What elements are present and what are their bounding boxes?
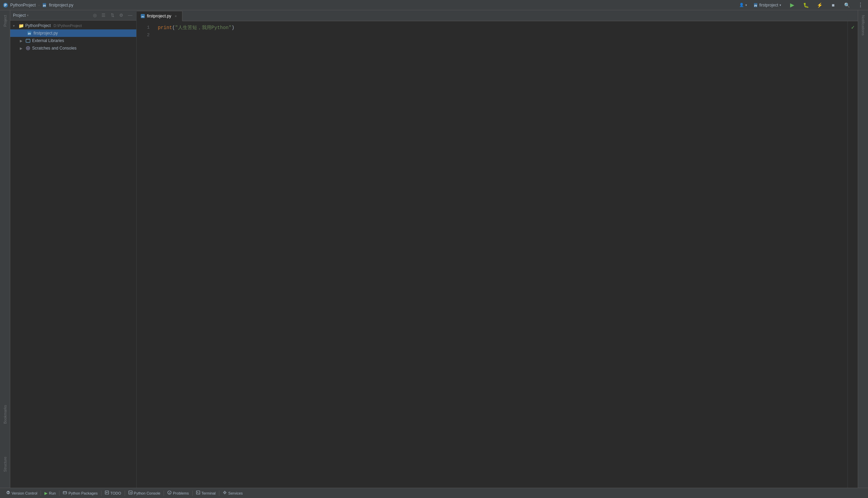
tree-external-libs[interactable]: ▶ External Libraries — [10, 37, 136, 44]
code-line-2 — [158, 31, 843, 39]
python-packages-icon — [63, 490, 67, 496]
coverage-button[interactable]: ⚡ — [815, 0, 824, 10]
svg-text:!: ! — [169, 492, 170, 495]
sort-icon[interactable]: ⇅ — [109, 12, 116, 19]
app-icon: P — [3, 2, 8, 8]
terminal-status[interactable]: Terminal — [193, 488, 219, 498]
panel-toolbar: Project ▾ ◎ ☰ ⇅ ⚙ — — [10, 10, 136, 21]
svg-rect-21 — [105, 491, 109, 494]
editor-tabs: py firstproject.py × — [137, 10, 858, 21]
tree-scratches[interactable]: ▶ Scratches and Consoles — [10, 44, 136, 52]
code-editor[interactable]: 1 2 print("人生苦短，我用Python") ✓ — [137, 21, 858, 488]
open-paren: ( — [172, 24, 175, 31]
right-sidebar-strip: Notifications — [858, 10, 868, 488]
project-tree: ▾ 📁 PythonProject D:\PythonProject py fi… — [10, 21, 136, 488]
expand-arrow-scratches: ▶ — [20, 47, 24, 50]
todo-label: TODO — [110, 491, 121, 495]
scratches-icon — [25, 45, 31, 51]
editor-tab-firstproject[interactable]: py firstproject.py × — [137, 11, 182, 21]
svg-rect-8 — [26, 39, 30, 42]
libs-icon — [25, 38, 31, 43]
problems-label: Problems — [173, 491, 189, 495]
tree-file-firstproject[interactable]: py firstproject.py — [10, 29, 136, 37]
folder-icon: 📁 — [18, 23, 24, 28]
tree-root[interactable]: ▾ 📁 PythonProject D:\PythonProject — [10, 22, 136, 29]
root-path: D:\PythonProject — [54, 24, 82, 28]
run-config-label-text: firstproject — [759, 3, 778, 8]
keyword-print: print — [158, 24, 172, 31]
line-numbers: 1 2 — [137, 21, 154, 488]
panel-title-text: Project — [13, 13, 26, 18]
python-console-label: Python Console — [134, 491, 161, 495]
svg-text:≫: ≫ — [130, 492, 132, 494]
structure-strip-label[interactable]: Structure — [2, 455, 8, 474]
left-sidebar-strip: Project Bookmarks Structure — [0, 10, 10, 488]
scratches-label: Scratches and Consoles — [32, 46, 77, 51]
run-status[interactable]: ▶ Run — [41, 488, 59, 498]
main-area: Project Bookmarks Structure Project ▾ ◎ … — [0, 10, 868, 488]
root-label: PythonProject — [25, 23, 51, 28]
panel-title-chevron: ▾ — [27, 14, 29, 17]
hide-panel-icon[interactable]: — — [127, 12, 134, 19]
gutter-checkmark: ✓ — [851, 25, 855, 30]
svg-point-31 — [225, 492, 225, 493]
code-content[interactable]: print("人生苦短，我用Python") — [154, 21, 847, 488]
todo-status[interactable]: TODO — [101, 488, 125, 498]
python-file-icon: py — [27, 30, 32, 36]
svg-text:py: py — [141, 15, 144, 17]
services-label: Services — [228, 491, 243, 495]
python-packages-status[interactable]: Python Packages — [59, 488, 101, 498]
title-bar: P PythonProject – py firstproject.py 👤 ▾… — [0, 0, 868, 10]
expand-arrow-libs: ▶ — [20, 39, 24, 43]
project-panel: Project ▾ ◎ ☰ ⇅ ⚙ — ▾ 📁 PythonProject D:… — [10, 10, 137, 488]
more-options-button[interactable]: ⋮ — [856, 0, 865, 10]
external-libs-label: External Libraries — [32, 38, 64, 43]
debug-button[interactable]: 🐛 — [801, 0, 811, 10]
svg-text:P: P — [4, 3, 7, 7]
status-bar: Version Control ▶ Run Python Packages TO… — [0, 488, 868, 498]
tab-label: firstproject.py — [147, 14, 171, 18]
python-console-icon: ≫ — [128, 490, 133, 496]
right-gutter: ✓ — [847, 21, 858, 488]
title-bar-right: 👤 ▾ py firstproject ▾ ▶ 🐛 ⚡ ■ — [739, 0, 865, 10]
svg-point-17 — [8, 492, 9, 493]
problems-status[interactable]: ! Problems — [164, 488, 192, 498]
run-status-label: Run — [49, 491, 56, 495]
notifications-strip-label[interactable]: Notifications — [860, 13, 866, 38]
svg-rect-19 — [63, 492, 67, 494]
services-status[interactable]: Services — [219, 488, 246, 498]
settings-icon[interactable]: ⚙ — [118, 12, 125, 19]
file-title: firstproject.py — [49, 3, 73, 8]
version-control-label: Version Control — [12, 491, 37, 495]
collapse-all-icon[interactable]: ☰ — [100, 12, 107, 19]
project-strip-label[interactable]: Project — [2, 13, 8, 29]
run-status-icon: ▶ — [44, 491, 48, 496]
user-button[interactable]: 👤 ▾ — [739, 3, 747, 7]
search-button[interactable]: 🔍 — [842, 0, 852, 10]
profiler-button[interactable]: ■ — [828, 0, 838, 10]
version-control-status[interactable]: Version Control — [3, 488, 41, 498]
python-console-status[interactable]: ≫ Python Console — [125, 488, 164, 498]
python-packages-label: Python Packages — [68, 491, 98, 495]
app-title: PythonProject — [10, 3, 36, 8]
terminal-label: Terminal — [202, 491, 216, 495]
close-paren: ) — [232, 24, 234, 31]
svg-text:py: py — [28, 32, 31, 35]
editor-area: py firstproject.py × 1 2 print("人生苦短，我用P… — [137, 10, 858, 488]
locate-icon[interactable]: ◎ — [91, 12, 98, 19]
string-literal: "人生苦短，我用Python" — [175, 24, 231, 31]
file-label: firstproject.py — [33, 31, 58, 36]
bookmarks-strip-label[interactable]: Bookmarks — [2, 403, 8, 426]
expand-arrow-root: ▾ — [13, 24, 17, 28]
run-config[interactable]: py firstproject ▾ — [751, 2, 783, 8]
tab-close-icon[interactable]: × — [173, 14, 178, 18]
services-icon — [223, 490, 227, 496]
version-control-icon — [6, 490, 10, 496]
terminal-icon — [196, 490, 200, 496]
todo-icon — [105, 490, 109, 496]
title-bar-left: P PythonProject – py firstproject.py — [3, 2, 73, 8]
problems-icon: ! — [167, 490, 172, 496]
svg-text:py: py — [43, 4, 46, 7]
run-button[interactable]: ▶ — [787, 0, 797, 10]
svg-text:py: py — [754, 4, 757, 7]
